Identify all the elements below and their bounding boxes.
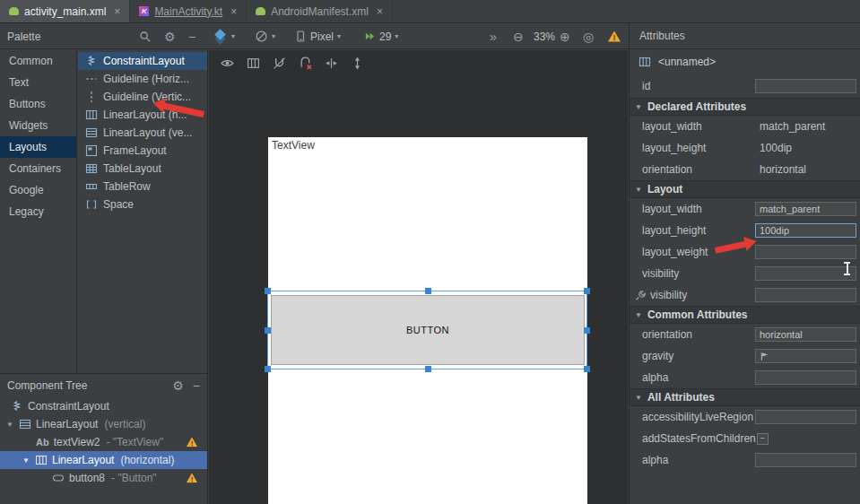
orientation-theme-button[interactable]: ▾ [255,23,275,49]
collapse-arrow-icon: ▼ [635,394,642,402]
attribute-row: visibility [630,263,860,284]
align-horizontal-button[interactable] [324,56,338,70]
section-layout[interactable]: ▼ Layout [630,180,860,198]
alpha-input[interactable] [755,370,856,385]
attributes-title: Attributes [630,23,860,49]
tab-activity-main-xml[interactable]: activity_main.xml × [0,0,130,22]
resize-handle-bottom-center[interactable] [425,366,431,372]
hide-panel-icon[interactable]: − [188,23,195,49]
tree-node-linearlayout-vertical[interactable]: ▼ LinearLayout (vertical) [0,415,207,433]
layout-width-input[interactable]: match_parent [755,202,856,216]
tab-androidmanifest-xml[interactable]: AndroidManifest.xml × [247,0,393,22]
attribute-value[interactable]: horizontal [760,163,806,176]
category-common[interactable]: Common [0,50,76,72]
hide-panel-icon[interactable]: − [193,379,200,392]
id-input[interactable] [755,79,856,93]
palette-panel: Common Text Buttons Widgets Layouts Cont… [0,50,208,373]
canvas-button[interactable]: BUTTON [271,295,585,365]
resize-handle-bottom-right[interactable] [584,366,590,372]
palette-item-guideline-horizontal[interactable]: Guideline (Horiz... [78,70,207,88]
tree-node-constraintlayout[interactable]: ConstraintLayout [0,397,207,415]
tree-node-textview2[interactable]: Ab textView2 - "TextView" ! [0,433,207,451]
palette-item-tablelayout[interactable]: TableLayout [78,160,207,178]
api-version-selector[interactable]: 29 ▾ [364,23,398,49]
circle-slash-icon [255,30,268,43]
resize-handle-middle-left[interactable] [265,327,271,334]
zoom-out-icon[interactable]: ⊖ [513,23,524,49]
attribute-row: gravity [630,345,860,367]
zoom-in-icon[interactable]: ⊕ [560,23,570,49]
addstatesfromchildren-checkbox[interactable]: − [757,433,769,445]
design-surface-mode-button[interactable]: ▾ [213,23,235,49]
device-selector[interactable]: Pixel ▾ [294,23,341,49]
attribute-row: addStatesFromChildren − [630,428,860,449]
visibility-input[interactable] [755,266,856,281]
close-icon[interactable]: × [114,5,120,18]
accessibilityliveregion-input[interactable] [755,410,856,424]
attribute-value[interactable]: match_parent [760,120,825,133]
palette-item-linearlayout-vertical[interactable]: LinearLayout (ve... [78,124,207,142]
category-layouts[interactable]: Layouts [0,136,76,158]
canvas-textview[interactable]: TextView [272,139,315,152]
palette-item-framelayout[interactable]: FrameLayout [78,142,207,160]
collapse-arrow-icon: ▼ [635,311,642,319]
expand-arrow-icon[interactable]: ▼ [5,421,14,429]
tree-node-linearlayout-horizontal[interactable]: ▼ LinearLayout (horizontal) [0,451,207,469]
close-icon[interactable]: × [230,5,237,18]
attribute-row: orientation horizontal [630,159,860,180]
android-file-icon [256,7,265,15]
category-widgets[interactable]: Widgets [0,115,76,136]
attribute-row: alpha [630,449,860,471]
linearlayout-horizontal-icon [638,56,651,68]
wrench-icon [635,290,647,301]
gravity-input[interactable] [755,349,856,363]
section-common-attributes[interactable]: ▼ Common Attributes [630,306,860,324]
search-icon[interactable] [139,23,152,49]
gear-icon[interactable]: ⚙ [164,23,176,49]
gear-icon[interactable]: ⚙ [172,379,184,392]
category-buttons[interactable]: Buttons [0,93,76,115]
expand-arrow-icon[interactable]: ▼ [22,456,30,465]
device-label: Pixel [310,30,334,43]
attribute-row: accessibilityLiveRegion [630,406,860,428]
tree-node-button8[interactable]: button8 - "Button" ! [0,469,207,487]
palette-item-linearlayout-horizontal[interactable]: LinearLayout (h... [78,106,207,124]
editor-tabbar: activity_main.xml × K MainActivity.kt × … [0,0,860,23]
zoom-to-fit-icon[interactable]: ◎ [583,23,594,49]
textview-icon: Ab [36,437,49,448]
orientation-input[interactable]: horizontal [755,327,856,342]
expand-vertical-button[interactable] [350,56,364,70]
warnings-button[interactable]: ! [608,23,621,49]
tab-mainactivity-kt[interactable]: K MainActivity.kt × [130,0,247,22]
attribute-value[interactable]: 100dip [760,142,792,154]
category-legacy[interactable]: Legacy [0,201,76,222]
resize-handle-top-left[interactable] [265,288,271,294]
view-options-button[interactable] [220,56,234,70]
palette-item-tablerow[interactable]: TableRow [78,178,207,196]
section-all-attributes[interactable]: ▼ All Attributes [630,388,860,406]
resize-handle-bottom-left[interactable] [265,366,271,372]
toolbar-overflow-icon[interactable]: » [490,23,497,49]
category-containers[interactable]: Containers [0,158,76,179]
alpha-all-input[interactable] [755,453,856,467]
autoconnect-off-button[interactable] [272,56,286,70]
palette-item-space[interactable]: Space [78,196,207,213]
resize-handle-top-center[interactable] [425,288,431,294]
palette-item-constraintlayout[interactable]: ConstraintLayout [78,52,207,70]
layout-weight-input[interactable] [755,245,856,259]
tools-visibility-input[interactable] [755,288,856,302]
selected-component-header: <unnamed> [630,49,860,74]
attribute-row-id: id [630,74,860,98]
category-text[interactable]: Text [0,72,76,93]
resize-handle-top-right[interactable] [584,288,590,294]
api-version-icon [364,30,376,42]
blueprint-toggle-button[interactable] [246,56,260,70]
close-icon[interactable]: × [377,5,383,18]
resize-handle-middle-right[interactable] [584,327,590,334]
layout-height-input[interactable]: 100dip [755,223,856,238]
category-google[interactable]: Google [0,179,76,201]
palette-item-guideline-vertical[interactable]: Guideline (Vertic... [78,88,207,106]
tablelayout-icon [85,162,98,175]
section-declared-attributes[interactable]: ▼ Declared Attributes [630,98,860,116]
clear-constraints-button[interactable] [298,56,312,70]
